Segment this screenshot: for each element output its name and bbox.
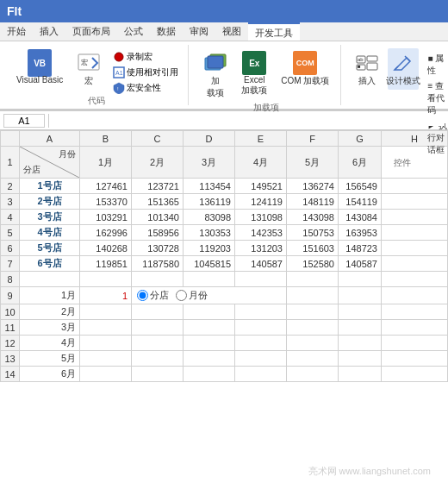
cell-d4[interactable]: 83098 bbox=[184, 210, 235, 225]
cell-a2[interactable]: 1号店 bbox=[20, 179, 80, 194]
cell-b10[interactable] bbox=[80, 304, 132, 320]
cell-a14[interactable]: 6月 bbox=[20, 367, 80, 382]
cell-f8[interactable] bbox=[287, 272, 339, 287]
cell-g12[interactable] bbox=[339, 336, 382, 351]
cell-f5[interactable]: 150753 bbox=[287, 225, 339, 241]
cell-d12[interactable] bbox=[184, 336, 235, 351]
cell-g3[interactable]: 154119 bbox=[339, 194, 382, 210]
cell-b3[interactable]: 153370 bbox=[80, 194, 132, 210]
cell-g13[interactable] bbox=[339, 351, 382, 367]
cell-a11[interactable]: 3月 bbox=[20, 320, 80, 336]
cell-g5[interactable]: 163953 bbox=[339, 225, 382, 241]
cell-e11[interactable] bbox=[235, 320, 287, 336]
cell-f14[interactable] bbox=[287, 367, 339, 382]
cell-e8[interactable] bbox=[235, 272, 287, 287]
cell-e12[interactable] bbox=[235, 336, 287, 351]
cell-e7[interactable]: 140587 bbox=[235, 256, 287, 272]
cell-f12[interactable] bbox=[287, 336, 339, 351]
col-header-e[interactable]: E bbox=[235, 131, 287, 147]
cell-f4[interactable]: 143098 bbox=[287, 210, 339, 225]
cell-b14[interactable] bbox=[80, 367, 132, 382]
cell-f11[interactable] bbox=[287, 320, 339, 336]
cell-a12[interactable]: 4月 bbox=[20, 336, 80, 351]
row-header-5[interactable]: 5 bbox=[1, 225, 20, 241]
cell-a6[interactable]: 5号店 bbox=[20, 241, 80, 256]
row-header-12[interactable]: 12 bbox=[1, 336, 20, 351]
cell-g8[interactable] bbox=[339, 272, 382, 287]
cell-d10[interactable] bbox=[184, 304, 235, 320]
cell-c1[interactable]: 2月 bbox=[132, 147, 184, 179]
cell-a8[interactable] bbox=[20, 272, 80, 287]
cell-h2[interactable] bbox=[382, 179, 448, 194]
cell-e5[interactable]: 142353 bbox=[235, 225, 287, 241]
cell-a4[interactable]: 3号店 bbox=[20, 210, 80, 225]
cell-f1[interactable]: 5月 bbox=[287, 147, 339, 179]
row-header-7[interactable]: 7 bbox=[1, 256, 20, 272]
row-header-9[interactable]: 9 bbox=[1, 287, 20, 304]
tab-developer[interactable]: 开发工具 bbox=[248, 22, 300, 41]
cell-h8[interactable] bbox=[382, 272, 448, 287]
cell-e2[interactable]: 149521 bbox=[235, 179, 287, 194]
cell-c8[interactable] bbox=[132, 272, 184, 287]
cell-f9[interactable] bbox=[287, 287, 339, 304]
cell-e3[interactable]: 124119 bbox=[235, 194, 287, 210]
cell-e13[interactable] bbox=[235, 351, 287, 367]
cell-f10[interactable] bbox=[287, 304, 339, 320]
cell-h13[interactable] bbox=[382, 351, 448, 367]
row-header-14[interactable]: 14 bbox=[1, 367, 20, 382]
insert-control-button[interactable]: ab ■ 插入 bbox=[352, 48, 383, 90]
cell-b9[interactable]: 1 bbox=[80, 287, 132, 304]
cell-g9[interactable] bbox=[339, 287, 382, 304]
row-header-11[interactable]: 11 bbox=[1, 320, 20, 336]
row-header-1[interactable]: 1 bbox=[1, 147, 20, 179]
radio-fendian[interactable]: 分店 bbox=[137, 289, 169, 302]
cell-e14[interactable] bbox=[235, 367, 287, 382]
cell-c13[interactable] bbox=[132, 351, 184, 367]
cell-h11[interactable] bbox=[382, 320, 448, 336]
cell-d6[interactable]: 119203 bbox=[184, 241, 235, 256]
tab-view[interactable]: 视图 bbox=[215, 22, 248, 41]
design-mode-button[interactable]: 设计模式 bbox=[388, 48, 419, 90]
cell-h10[interactable] bbox=[382, 304, 448, 320]
cell-a1[interactable]: 月份 分店 bbox=[20, 147, 80, 179]
row-header-8[interactable]: 8 bbox=[1, 272, 20, 287]
row-header-4[interactable]: 4 bbox=[1, 210, 20, 225]
cell-g10[interactable] bbox=[339, 304, 382, 320]
cell-a5[interactable]: 4号店 bbox=[20, 225, 80, 241]
row-header-6[interactable]: 6 bbox=[1, 241, 20, 256]
radio-yuefen[interactable]: 月份 bbox=[176, 289, 208, 302]
row-header-13[interactable]: 13 bbox=[1, 351, 20, 367]
record-macro-button[interactable]: 录制宏 bbox=[110, 50, 181, 64]
view-code-button[interactable]: ≡ 查看代码 bbox=[424, 79, 448, 117]
cell-c3[interactable]: 151365 bbox=[132, 194, 184, 210]
cell-a13[interactable]: 5月 bbox=[20, 351, 80, 367]
radio-fendian-input[interactable] bbox=[137, 290, 148, 301]
cell-c14[interactable] bbox=[132, 367, 184, 382]
tab-review[interactable]: 审阅 bbox=[183, 22, 215, 41]
cell-b1[interactable]: 1月 bbox=[80, 147, 132, 179]
name-box[interactable] bbox=[3, 114, 45, 128]
radio-yuefen-input[interactable] bbox=[176, 290, 187, 301]
cell-a7[interactable]: 6号店 bbox=[20, 256, 80, 272]
cell-f6[interactable]: 151603 bbox=[287, 241, 339, 256]
cell-b11[interactable] bbox=[80, 320, 132, 336]
cell-b6[interactable]: 140268 bbox=[80, 241, 132, 256]
cell-e1[interactable]: 4月 bbox=[235, 147, 287, 179]
cell-d14[interactable] bbox=[184, 367, 235, 382]
cell-a9[interactable]: 1月 bbox=[20, 287, 80, 304]
cell-f2[interactable]: 136274 bbox=[287, 179, 339, 194]
cell-d8[interactable] bbox=[184, 272, 235, 287]
cell-d11[interactable] bbox=[184, 320, 235, 336]
cell-c2[interactable]: 123721 bbox=[132, 179, 184, 194]
cell-h4[interactable] bbox=[382, 210, 448, 225]
cell-g14[interactable] bbox=[339, 367, 382, 382]
excel-addin-button[interactable]: Ex Excel加载项 bbox=[237, 48, 271, 99]
col-header-d[interactable]: D bbox=[184, 131, 235, 147]
cell-b8[interactable] bbox=[80, 272, 132, 287]
macro-security-button[interactable]: ! 宏安全性 bbox=[110, 81, 181, 95]
cell-g11[interactable] bbox=[339, 320, 382, 336]
col-header-a[interactable]: A bbox=[20, 131, 80, 147]
cell-h12[interactable] bbox=[382, 336, 448, 351]
cell-c6[interactable]: 130728 bbox=[132, 241, 184, 256]
cell-e4[interactable]: 131098 bbox=[235, 210, 287, 225]
